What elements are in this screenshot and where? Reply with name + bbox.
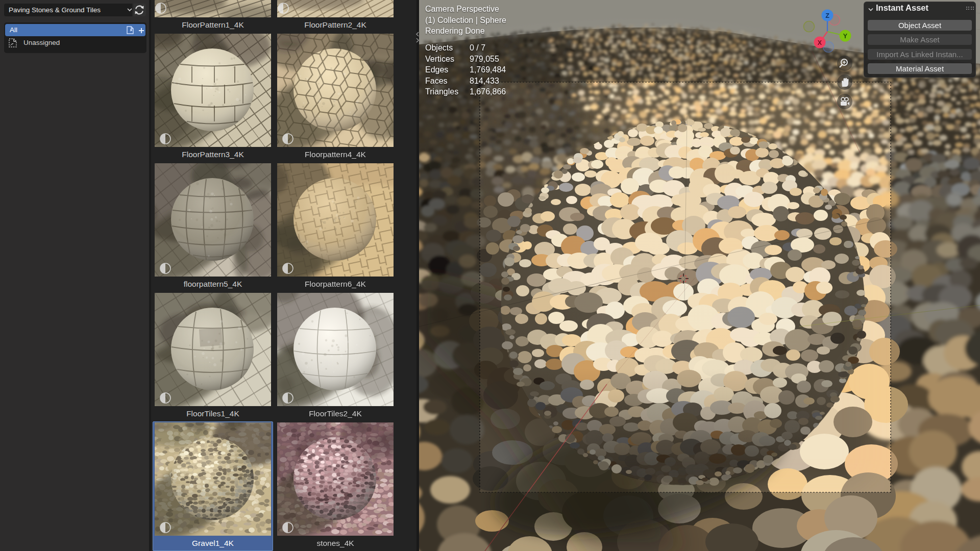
svg-text:Y: Y xyxy=(843,33,848,40)
svg-text:Z: Z xyxy=(825,12,829,19)
svg-text:X: X xyxy=(818,39,822,46)
